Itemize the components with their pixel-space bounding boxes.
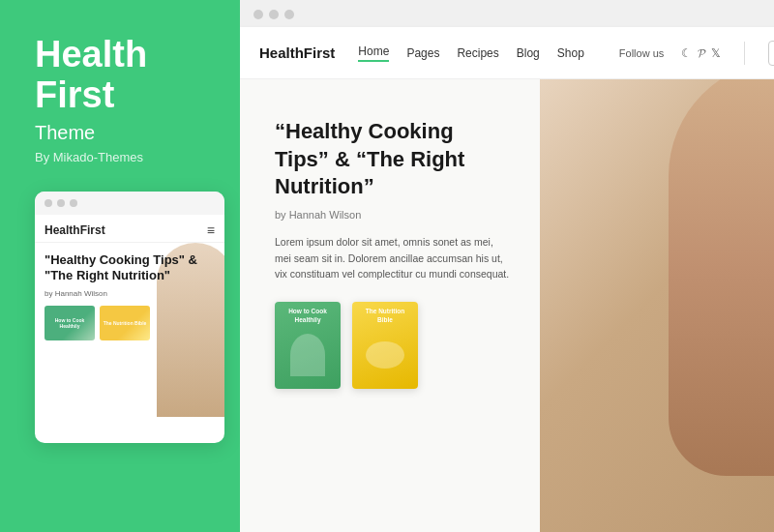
browser-dot-3 [284, 10, 294, 19]
mini-book-2: The Nutrition Bible [100, 306, 150, 340]
book-cover-2[interactable]: The Nutrition Bible [352, 302, 418, 389]
title-line2: First [35, 74, 114, 115]
mini-brand: HealthFirst [45, 223, 105, 237]
nav-shop[interactable]: Shop [557, 46, 584, 60]
browser-chrome [240, 0, 774, 27]
mini-books: How to Cook Healthily The Nutrition Bibl… [45, 306, 215, 340]
mini-nav: HealthFirst ≡ [35, 215, 224, 243]
nav-recipes[interactable]: Recipes [457, 46, 498, 60]
mini-content: "Healthy Cooking Tips" & "The Right Nutr… [35, 243, 224, 431]
twitter-icon[interactable]: 𝕏 [711, 46, 721, 60]
mini-hero-title: "Healthy Cooking Tips" & "The Right Nutr… [45, 252, 215, 285]
sidebar-title: Health First [35, 35, 213, 116]
site-brand: HealthFirst [259, 44, 335, 61]
book-cover-1[interactable]: How to Cook Healthily [275, 302, 341, 389]
mini-book-2-label: The Nutrition Bible [104, 320, 147, 326]
nav-divider [744, 42, 745, 65]
sidebar-by: By Mikado-Themes [35, 150, 213, 164]
site-nav: HealthFirst Home Pages Recipes Blog Shop… [240, 27, 774, 79]
nav-home[interactable]: Home [358, 44, 389, 62]
follow-label: Follow us [619, 47, 664, 59]
site-main: “Healthy Cooking Tips” & “The Right Nutr… [240, 79, 774, 532]
hero-description: Lorem ipsum dolor sit amet, omnis sonet … [275, 234, 511, 282]
hero-title: “Healthy Cooking Tips” & “The Right Nutr… [275, 118, 511, 201]
book-1-label: How to Cook Healthily [280, 308, 336, 324]
main-browser: HealthFirst Home Pages Recipes Blog Shop… [240, 0, 774, 532]
book-person-shape [290, 334, 325, 376]
instagram-icon[interactable]: ☾ [681, 46, 692, 60]
hero-author: by Hannah Wilson [275, 209, 511, 221]
mini-browser-chrome [35, 192, 224, 215]
mini-dot-2 [57, 199, 65, 207]
sidebar: Health First Theme By Mikado-Themes Heal… [0, 0, 240, 532]
mini-dot-3 [70, 199, 77, 207]
book-2-label: The Nutrition Bible [357, 308, 413, 324]
mini-browser-preview: HealthFirst ≡ "Healthy Cooking Tips" & "… [35, 192, 224, 443]
book-bowl-shape [366, 341, 404, 369]
title-line1: Health [35, 34, 147, 74]
mini-hamburger-icon: ≡ [207, 222, 215, 238]
mini-author: by Hannah Wilson [45, 289, 215, 298]
nav-pages[interactable]: Pages [406, 46, 439, 60]
mini-book-1: How to Cook Healthily [45, 306, 95, 340]
book-1-illustration [280, 324, 336, 385]
sidebar-subtitle: Theme [35, 122, 213, 144]
books-row: How to Cook Healthily The Nutrition Bibl… [275, 302, 511, 389]
book-2-illustration [357, 324, 413, 385]
content-left: “Healthy Cooking Tips” & “The Right Nutr… [240, 79, 540, 532]
pinterest-icon[interactable]: 𝓟 [698, 46, 705, 60]
browser-dot-2 [269, 10, 279, 19]
social-icons: ☾ 𝓟 𝕏 [681, 46, 721, 60]
cart-icon[interactable]: 🛒 0 [768, 41, 774, 66]
woman-silhouette [669, 79, 774, 476]
nav-blog[interactable]: Blog [517, 46, 540, 60]
content-right: ♥ 🛒 [540, 79, 774, 532]
mini-dot-1 [45, 199, 52, 207]
mini-book-1-label: How to Cook Healthily [45, 317, 95, 329]
browser-dot-1 [253, 10, 263, 19]
